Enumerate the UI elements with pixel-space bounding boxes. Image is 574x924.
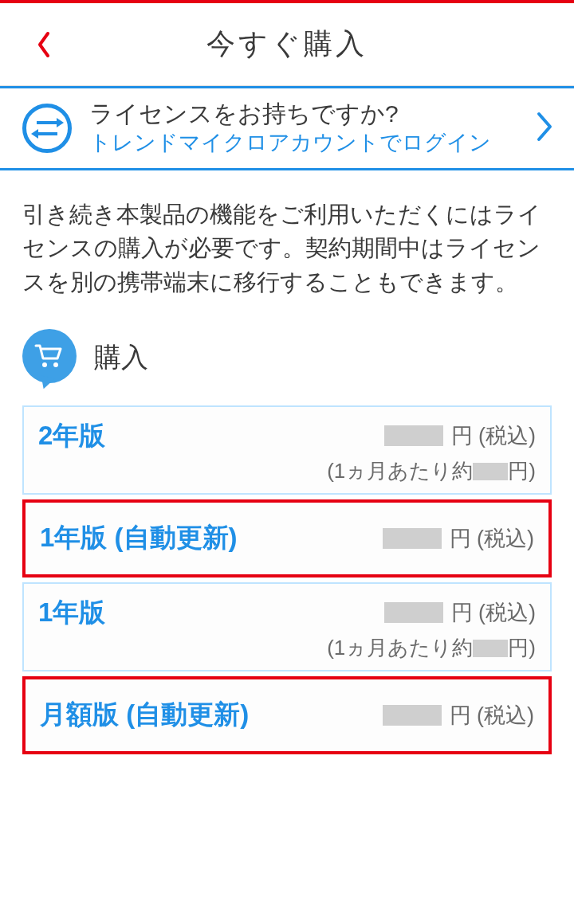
price-redacted — [384, 425, 443, 446]
price-redacted — [383, 705, 442, 726]
price-suffix: 円 (税込) — [450, 701, 534, 730]
login-question: ライセンスをお持ちですか? — [89, 100, 518, 128]
plan-price: 円 (税込) — [384, 421, 536, 450]
plan-option[interactable]: 1年版円 (税込)(1ヵ月あたり約円) — [22, 582, 552, 671]
plan-price: 円 (税込) — [384, 598, 536, 627]
price-redacted — [384, 602, 443, 623]
back-chevron-icon — [36, 31, 52, 58]
plan-option[interactable]: 2年版円 (税込)(1ヵ月あたり約円) — [22, 405, 552, 495]
plan-subtext: (1ヵ月あたり約円) — [38, 457, 536, 485]
description-text: 引き続き本製品の機能をご利用いただくにはライセンスの購入が必要です。契約期間中は… — [0, 170, 574, 328]
login-banner[interactable]: ライセンスをお持ちですか? トレンドマイクロアカウントでログイン — [0, 86, 574, 170]
plan-option[interactable]: 月額版 (自動更新)円 (税込) — [22, 676, 552, 754]
plan-name: 月額版 (自動更新) — [40, 697, 249, 733]
per-month-suffix: 円) — [508, 459, 536, 483]
header-bar: 今すぐ購入 — [0, 3, 574, 86]
cart-icon — [22, 329, 80, 386]
plan-row: 1年版円 (税込) — [38, 595, 536, 631]
per-month-suffix: 円) — [508, 636, 536, 660]
plans-list: 2年版円 (税込)(1ヵ月あたり約円)1年版 (自動更新)円 (税込)1年版円 … — [0, 405, 574, 754]
plan-row: 1年版 (自動更新)円 (税込) — [40, 520, 534, 556]
plan-row: 2年版円 (税込) — [38, 418, 536, 454]
svg-point-1 — [53, 362, 58, 367]
purchase-section-header: 購入 — [0, 329, 574, 405]
plan-subtext: (1ヵ月あたり約円) — [38, 634, 536, 662]
plan-price: 円 (税込) — [383, 701, 534, 730]
price-redacted — [383, 528, 442, 549]
chevron-right-icon — [536, 111, 556, 146]
per-month-redacted — [473, 463, 508, 480]
back-button[interactable] — [32, 29, 56, 61]
login-link-text: トレンドマイクロアカウントでログイン — [89, 128, 518, 157]
price-suffix: 円 (税込) — [450, 524, 534, 553]
swap-arrows-icon — [22, 104, 72, 153]
plan-price: 円 (税込) — [383, 524, 534, 553]
login-text: ライセンスをお持ちですか? トレンドマイクロアカウントでログイン — [89, 100, 518, 157]
plan-option[interactable]: 1年版 (自動更新)円 (税込) — [22, 499, 552, 578]
plan-name: 2年版 — [38, 418, 105, 454]
plan-name: 1年版 — [38, 595, 105, 631]
price-suffix: 円 (税込) — [451, 421, 536, 450]
per-month-prefix: (1ヵ月あたり約 — [327, 459, 473, 483]
per-month-prefix: (1ヵ月あたり約 — [327, 636, 473, 660]
plan-row: 月額版 (自動更新)円 (税込) — [40, 697, 534, 733]
price-suffix: 円 (税込) — [451, 598, 536, 627]
purchase-section-title: 購入 — [94, 339, 148, 376]
per-month-redacted — [473, 640, 508, 657]
page-title: 今すぐ購入 — [0, 25, 574, 64]
svg-point-0 — [42, 362, 47, 367]
plan-name: 1年版 (自動更新) — [40, 520, 238, 556]
